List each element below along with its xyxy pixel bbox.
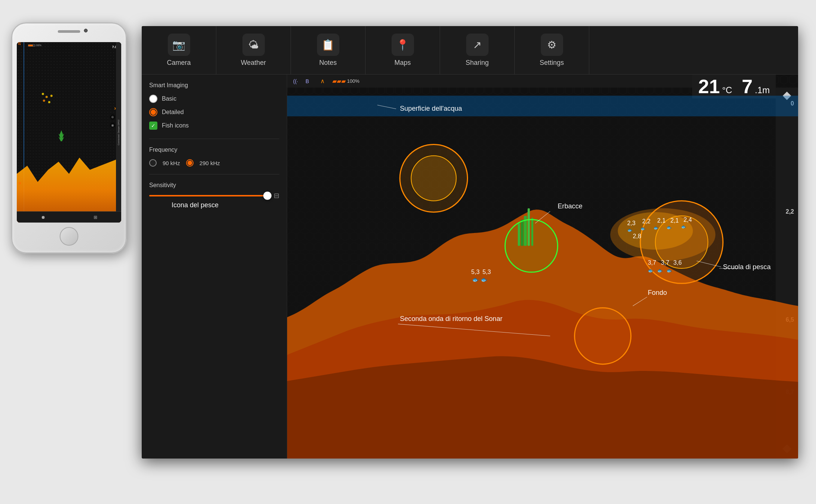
fish-icon-4: 🐟 <box>657 268 663 273</box>
phone-battery-pct: 68% <box>36 44 41 47</box>
phone-speaker <box>58 30 80 33</box>
smart-imaging-title: Smart Imaging <box>149 82 279 89</box>
depth-reading-37-2: 3,7 <box>661 259 669 266</box>
phone-device: 25°c 7.0m 68% <box>11 22 127 253</box>
depth-reading-24: 2,4 <box>684 216 692 223</box>
fish-icon-7: 🐟 <box>640 226 646 231</box>
sharing-icon: ↗ <box>466 34 489 56</box>
divider-1 <box>149 139 279 139</box>
detailed-radio-item[interactable]: Detailed <box>149 108 279 116</box>
depth-reading-21-1: 2,1 <box>657 217 665 224</box>
depth-reading-23: 2,3 <box>627 220 635 226</box>
phone-signal-icon: ❄ <box>18 181 21 185</box>
depth-reading-22-1: 2,2 <box>642 218 650 224</box>
depth-reading-36: 3,6 <box>674 259 682 266</box>
freq-290-label: 290 kHz <box>200 160 220 166</box>
depth-reading-53-2: 5,3 <box>483 268 491 275</box>
divider-2 <box>149 174 279 174</box>
fish-icon-3: 🐟 <box>648 268 654 273</box>
toolbar: 📷 Camera 🌤 Weather 📋 Notes 📍 Maps ↗ Shar… <box>142 26 798 75</box>
phone-fish-dot <box>50 95 53 97</box>
fish-icon-2: 🐟 <box>481 276 487 283</box>
fish-icons-checkbox: ✓ <box>149 122 157 130</box>
settings-label: Settings <box>540 59 564 67</box>
frequency-group: 90 kHz 290 kHz <box>149 159 279 167</box>
frequency-title: Frequency <box>149 147 279 153</box>
weather-button[interactable]: 🌤 Weather <box>216 26 291 74</box>
detailed-radio-label: Detailed <box>162 109 184 116</box>
phone-temp-label: 25°c <box>18 42 21 45</box>
fondo-text: Fondo <box>648 289 667 296</box>
detailed-radio-circle <box>149 108 157 116</box>
settings-icon: ⚙ <box>541 34 563 56</box>
phone-home-button[interactable] <box>60 227 78 246</box>
phone-camera <box>84 29 88 32</box>
fish-icon-10: 🐟 <box>681 224 686 229</box>
phone-nav-icon-compass[interactable]: ⊕ <box>110 114 115 120</box>
notes-icon: 📋 <box>317 34 339 56</box>
fish-icon-6: 🐟 <box>627 227 633 233</box>
fish-icons-label: Fish icons <box>162 122 189 129</box>
maps-icon: 📍 <box>392 34 414 56</box>
sonar-svg: 2,3 2,2 2,1 2,1 2,4 2,8 3,7 3,7 3,6 5,3 … <box>287 75 798 459</box>
basic-radio-circle <box>149 95 157 103</box>
phone-battery-bar <box>28 44 35 47</box>
fish-icons-checkbox-item[interactable]: ✓ Fish icons <box>149 122 279 130</box>
depth-reading-28: 2,8 <box>633 233 641 239</box>
sensitivity-slider-thumb[interactable] <box>263 192 272 200</box>
imaging-radio-group: Basic Detailed ✓ Fish icons <box>149 95 279 130</box>
phone-battery-display: 68% <box>28 44 41 47</box>
sensitivity-slider-icon: ⊟ <box>274 192 279 200</box>
sensitivity-title: Sensitivity <box>149 182 279 189</box>
water-surface-band <box>287 96 798 116</box>
fish-icon-1: 🐟 <box>472 276 479 283</box>
phone-chevron-icon[interactable]: › <box>114 105 116 111</box>
sensitivity-slider-track[interactable] <box>149 195 270 196</box>
sharing-button[interactable]: ↗ Sharing <box>440 26 515 74</box>
maps-button[interactable]: 📍 Maps <box>365 26 440 74</box>
phone-fish-dot <box>42 93 44 95</box>
freq-290-radio[interactable] <box>186 159 194 167</box>
left-panel: Smart Imaging Basic Detailed ✓ Fish icon… <box>142 75 287 459</box>
depth-reading-53-1: 5,3 <box>471 268 480 275</box>
basic-radio-label: Basic <box>162 95 176 102</box>
camera-label: Camera <box>167 59 191 67</box>
sharing-label: Sharing <box>465 59 489 67</box>
notes-button[interactable]: 📋 Notes <box>291 26 365 74</box>
sonar-circle-topleft-inner <box>411 156 456 201</box>
phone-connected-label: Connected: Deeper DP02 <box>117 120 120 145</box>
seconda-onda-text: Seconda onda di ritorno del Sonar <box>400 315 502 322</box>
depth-reading-21-2: 2,1 <box>670 217 678 224</box>
phone-nav-icon-speaker[interactable]: ◉ <box>110 123 115 128</box>
phone-fish-cluster <box>40 93 62 108</box>
sensitivity-slider-container: ⊟ <box>149 192 279 200</box>
fish-icon-floating-label: Icona del pesce <box>172 201 219 209</box>
depth-reading-37-1: 3,7 <box>648 259 656 266</box>
sonar-view: ((· B ∧ ▰▰▰ 100% 0 2,2 6,5 8,7 21 °C <box>287 75 798 459</box>
basic-radio-item[interactable]: Basic <box>149 95 279 103</box>
sonar-circle-weed <box>505 220 558 272</box>
settings-button[interactable]: ⚙ Settings <box>515 26 589 74</box>
freq-90-radio[interactable] <box>149 159 157 167</box>
freq-90-label: 90 kHz <box>163 160 180 166</box>
toolbar-spacer <box>589 26 798 74</box>
water-surface-text: Superficie dell'acqua <box>400 105 462 112</box>
phone-fish-dot <box>45 96 48 98</box>
phone-body: 25°c 7.0m 68% <box>11 22 127 253</box>
weather-label: Weather <box>241 59 266 67</box>
phone-nav-icons: ⊕ ◉ <box>110 114 115 128</box>
sonar-circle-second-echo <box>575 308 631 364</box>
weather-icon: 🌤 <box>242 34 265 56</box>
phone-settings-icon[interactable]: ⊞ <box>94 215 97 220</box>
phone-camera-icon[interactable]: ⏺ <box>41 215 45 220</box>
notes-label: Notes <box>319 59 337 67</box>
camera-button[interactable]: 📷 Camera <box>142 26 216 74</box>
fish-icon-5: 🐟 <box>666 268 672 273</box>
phone-fish-dot <box>48 101 50 103</box>
phone-fish-dot <box>43 100 45 102</box>
phone-bottom-bar: ⏺ ⊞ <box>17 211 121 223</box>
maps-label: Maps <box>394 59 411 67</box>
erbacce-text: Erbacce <box>558 202 583 210</box>
camera-icon: 📷 <box>168 34 190 56</box>
main-screen: 📷 Camera 🌤 Weather 📋 Notes 📍 Maps ↗ Shar… <box>142 26 798 459</box>
